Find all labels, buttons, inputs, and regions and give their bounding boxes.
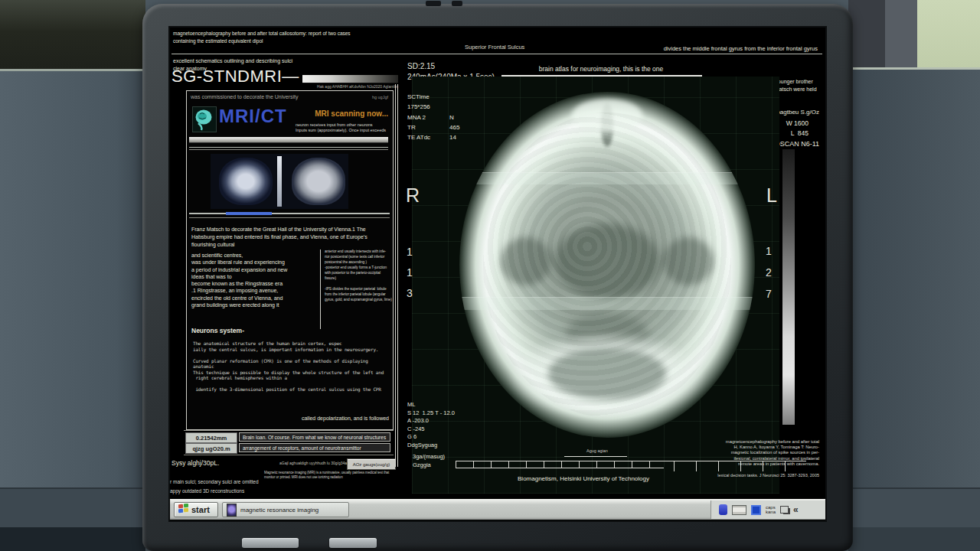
bezel-vent: [452, 1, 462, 6]
panel-caption: was commissioned to decorate the Univers…: [191, 94, 298, 101]
divider-line: [189, 149, 388, 150]
tray-app-icon[interactable]: [719, 504, 727, 515]
separator-line: [172, 54, 822, 54]
param-matrix: 175*256: [407, 103, 430, 111]
param-label: TR: [407, 124, 416, 132]
document-panel[interactable]: was commissioned to decorate the Univers…: [186, 90, 394, 430]
divider-line: [184, 430, 394, 431]
title-fineprint: Hak agg AHABHH aKdvAtbn NJo2020 Aglantbn: [308, 84, 398, 89]
article-paragraph: Franz Matsch to decorate the Great Hall …: [191, 226, 388, 248]
task-label: magnetic resonance imaging: [240, 507, 318, 514]
mri-task-icon: [227, 504, 237, 517]
wall-strip: [885, 0, 917, 69]
label-divides-gyrus: divides the middle frontal gyrus from th…: [664, 45, 818, 52]
aoz-button[interactable]: AOz gaugs(oug/g): [347, 458, 396, 470]
param-value: 465: [449, 124, 459, 132]
wall-right: [848, 70, 980, 487]
title-gradient-bar: [302, 75, 398, 83]
citation-block: magnetoencephalography before and after …: [697, 439, 819, 467]
thumbnail-scrollbar-track[interactable]: [189, 213, 390, 214]
tray-collapse-chevron[interactable]: «: [793, 504, 799, 515]
wall-green-panel: [917, 0, 980, 70]
vertical-separator: [397, 84, 398, 467]
marker-right: R: [406, 184, 420, 207]
coronal-scan-thumbnail[interactable]: [292, 158, 345, 205]
window-title-line1: magnetoencephalography before and after …: [173, 31, 351, 37]
ml-parameter-block: ML S 12 1.25 T - 12.0 A -203.0 C -245 G …: [407, 401, 455, 449]
window-level-value: L 845: [791, 129, 808, 138]
ruler-label-underline: [564, 456, 627, 457]
desk-shadow: [0, 527, 145, 551]
window-width-value: W 1600: [786, 119, 808, 128]
ct-tint-overlay: [459, 92, 755, 438]
ruler-baseline: [456, 468, 664, 468]
wall-lower: [0, 489, 145, 527]
article-column-right: anterior end usually intersects with inf…: [325, 249, 392, 303]
panel-title: MRI/CT: [219, 105, 287, 128]
measure-label: 0.21542mm: [185, 432, 237, 443]
ct-viewport[interactable]: [412, 77, 779, 494]
desk-shadow: [848, 527, 980, 551]
brain-icon: [192, 106, 217, 132]
slice-digits-left: 1 1 3: [407, 242, 413, 304]
progress-bar: [189, 137, 388, 143]
thumbnail-divider: [277, 156, 282, 207]
taskbar: start magnetic resonance imaging caps ka…: [170, 499, 825, 520]
wall-lower: [848, 489, 980, 527]
measure-label: qjzg ugO20.m: [185, 443, 237, 454]
column-divider: [320, 249, 321, 329]
ime-icon[interactable]: [751, 505, 761, 515]
sd-value: SD:2.15: [407, 62, 435, 72]
layers-icon[interactable]: [780, 506, 789, 514]
scan-thumbnails[interactable]: [211, 154, 348, 209]
start-label: start: [191, 505, 210, 514]
monitor-button[interactable]: [329, 538, 377, 548]
measure-value: arrangement of receptors, amount of neur…: [239, 443, 390, 452]
bottom-left-label: Sysy alghj/30pL.: [172, 459, 219, 468]
thumbnail-scrollbar-thumb[interactable]: [226, 212, 272, 215]
task-button-mri[interactable]: magnetic resonance imaging: [222, 502, 349, 517]
article-column-left: and scientific centres, was under libera…: [191, 252, 318, 308]
kana-label: kana: [766, 510, 776, 515]
ime-mode-indicator[interactable]: caps kana: [766, 505, 776, 515]
bottom-mid-label: aGajl aghualdigh uyyhhudh lu 30g/g34aa: [279, 461, 349, 465]
panel-caption-right: hg ugJgf: [372, 95, 388, 100]
system-tray: caps kana «: [710, 500, 825, 519]
app-title: SG-STNDMRI—: [172, 66, 299, 87]
cutoff-line2: appy outdated 3D reconstructions: [170, 488, 244, 494]
scan-status: MRI scanning now...: [315, 109, 388, 119]
param-label: TE ATdc: [407, 134, 430, 142]
vertical-separator: [395, 84, 396, 467]
atlas-note: brain atlas for neuroimaging, this is th…: [499, 65, 703, 73]
mri-note: Magnetic resonance imaging (MRI) is a no…: [264, 471, 389, 481]
subtitle-line1: excellent schematics outlining and descr…: [173, 58, 292, 65]
section-heading: Neurons system-: [191, 327, 244, 335]
window-title-line2: containing the estimated equivalent dipo…: [173, 38, 263, 44]
citation-journal: lexical decision tasks. J Neurosci 25: 3…: [717, 473, 819, 478]
ruler-label: Agug agian: [565, 448, 629, 454]
start-flag-icon: [178, 503, 188, 517]
measure-value: Brain loan. Of course. From what we know…: [239, 432, 390, 442]
start-button[interactable]: start: [174, 502, 218, 517]
divider-line: [189, 147, 388, 148]
axial-ct-brain-image: [459, 92, 755, 438]
screen: magnetoencephalography before and after …: [170, 28, 825, 520]
param-value: 14: [449, 134, 456, 142]
bezel-vent: [426, 1, 441, 6]
coronal-scan-thumbnail[interactable]: [219, 158, 273, 205]
param-label: MNA 2: [407, 114, 426, 122]
scan-status-detail: neuron receives input from other neurons…: [296, 122, 386, 133]
wall-strip: [848, 0, 885, 69]
wall-top-left: [0, 0, 145, 70]
divider-line: [184, 455, 394, 455]
mono-text-block: The anatomical structure of the human br…: [193, 341, 390, 393]
monitor-button[interactable]: [242, 538, 299, 548]
slice-digits-right: 1 2 7: [766, 240, 772, 305]
scan-caption: Biomagnetism, Helsinki University of Tec…: [461, 475, 706, 483]
wall-left: [0, 71, 145, 487]
ruler-ticks-fine: [456, 461, 664, 468]
panel-footer-note: called depolarization, and is followed: [302, 416, 389, 422]
keyboard-icon[interactable]: [732, 505, 746, 515]
divider-line: [189, 217, 390, 218]
label-superior-frontal-sulcus: Superior Frontal Sulcus: [465, 44, 524, 51]
